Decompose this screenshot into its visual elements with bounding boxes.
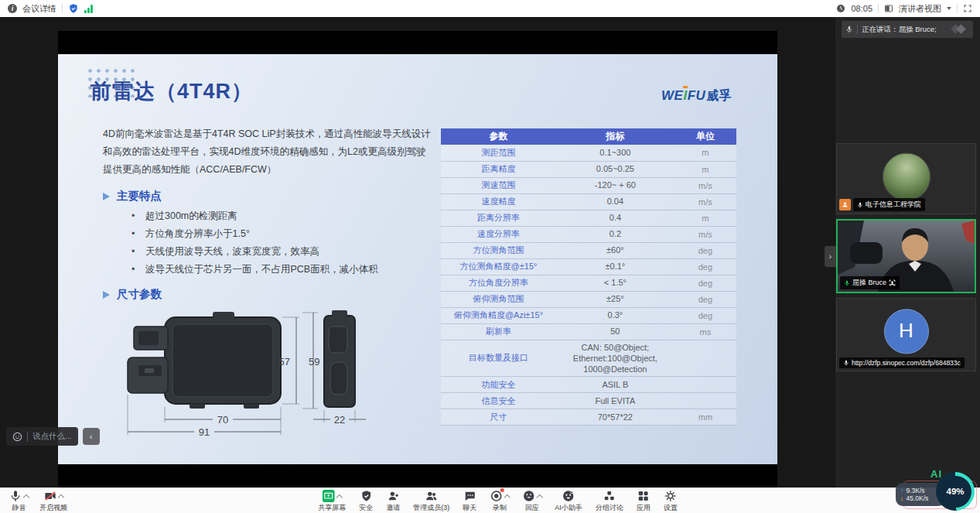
svg-text:22: 22	[334, 414, 345, 426]
apps-icon	[637, 490, 650, 502]
table-row: 距离精度0.05~0.25m	[441, 161, 736, 177]
participant-tile-1[interactable]: 电子信息工程学院	[836, 143, 976, 214]
manage-members-button[interactable]: 管理成员(3)	[413, 490, 449, 513]
mute-button[interactable]: 静音	[9, 490, 29, 513]
record-button[interactable]: 录制	[490, 490, 509, 513]
chat-icon	[463, 490, 476, 502]
camera-off-icon	[44, 490, 56, 502]
participant-name-label: 电子信息工程学院	[853, 198, 925, 211]
mic-icon	[9, 490, 22, 502]
mic-icon	[845, 25, 853, 34]
download-speed: 45.0K/s	[907, 495, 929, 502]
table-row: 方位测角精度@±15°±0.1°deg	[441, 258, 736, 275]
clock-icon	[836, 4, 845, 13]
table-row: 俯仰测角范围±25°deg	[441, 291, 736, 307]
meeting-timer: 08:05	[851, 4, 872, 13]
performance-gauge[interactable]: 49%	[936, 472, 975, 511]
arrow-bullet-icon	[103, 193, 110, 200]
avatar	[883, 153, 930, 201]
layout-view-icon	[884, 4, 893, 13]
features-heading: 主要特点	[103, 189, 162, 203]
table-row: 测速范围-120~ + 60m/s	[441, 177, 736, 193]
table-row: 功能安全ASIL B	[441, 377, 736, 393]
table-row: 方位测角范围±60°deg	[441, 242, 736, 258]
table-row: 尺寸70*57*22mm	[441, 409, 736, 426]
security-button[interactable]: 安全	[359, 490, 373, 513]
radar-dimension-drawing: 57 59 70 91 22	[104, 306, 367, 439]
col-header-param: 参数	[441, 128, 556, 145]
shield-icon	[360, 490, 372, 502]
divider	[878, 4, 879, 13]
table-row: 速度分辨率0.2m/s	[441, 226, 736, 242]
gauge-value: 49%	[940, 476, 971, 508]
active-speaker-text: 正在讲话：屈操 Bruce;	[862, 25, 947, 35]
col-header-unit: 单位	[674, 128, 736, 145]
svg-text:70: 70	[217, 414, 228, 426]
reactions-button[interactable]: 回应	[522, 490, 541, 513]
apps-button[interactable]: 应用	[637, 490, 650, 513]
chat-collapse-button[interactable]: ‹	[83, 428, 100, 445]
emoji-icon[interactable]	[12, 432, 22, 442]
top-bar: i 会议详情 08:05 演讲者视图	[0, 0, 980, 17]
security-shield-icon[interactable]	[68, 3, 79, 14]
reaction-icon	[522, 490, 534, 502]
network-signal-icon[interactable]	[84, 5, 93, 13]
table-row: 速度精度0.04m/s	[441, 193, 736, 210]
fullscreen-icon[interactable]	[963, 4, 972, 13]
avatar-letter: H	[884, 309, 929, 354]
meeting-logo-icon	[951, 24, 969, 35]
share-screen-button[interactable]: 共享屏幕	[318, 490, 346, 513]
participant-tile-3[interactable]: H http://dzfp.sinopec.com/dzfp/684833c	[836, 298, 976, 371]
chevron-up-icon[interactable]	[23, 494, 29, 500]
spec-table: 参数 指标 单位 测距范围0.1~300m距离精度0.05~0.25m测速范围-…	[441, 128, 736, 426]
chat-button[interactable]: 聊天	[463, 490, 476, 513]
settings-button[interactable]: 设置	[664, 490, 678, 513]
meeting-details-button[interactable]: 会议详情	[22, 3, 56, 15]
svg-text:91: 91	[199, 426, 210, 438]
chevron-up-icon[interactable]	[536, 494, 542, 500]
invite-button[interactable]: 邀请	[386, 490, 400, 513]
chat-input-placeholder[interactable]: 说点什么...	[32, 431, 72, 442]
invite-icon	[387, 490, 399, 502]
divider	[27, 432, 28, 442]
table-row: 距离分辨率0.4m	[441, 210, 736, 226]
mic-icon	[857, 201, 863, 209]
breakout-rooms-button[interactable]: 分组讨论	[596, 490, 623, 513]
chevron-up-icon[interactable]	[57, 494, 63, 500]
chevron-up-icon[interactable]	[504, 494, 510, 500]
feature-item: 波导天线位于芯片另一面，不占用PCB面积，减小体积	[131, 261, 378, 279]
info-icon: i	[8, 4, 17, 13]
divider	[957, 4, 958, 13]
presentation-slide: 前雷达（4T4R） WEIFU威孚 4D前向毫米波雷达是基于4T4R SOC L…	[58, 54, 777, 464]
svg-text:57: 57	[279, 356, 290, 368]
chevron-up-icon[interactable]	[336, 494, 343, 500]
chat-quick-input[interactable]: 说点什么...	[6, 427, 78, 446]
participants-sidebar: 正在讲话：屈操 Bruce; 电子信息工程学院	[835, 17, 980, 487]
spec-table-body: 测距范围0.1~300m距离精度0.05~0.25m测速范围-120~ + 60…	[441, 145, 736, 426]
share-screen-icon	[323, 490, 335, 502]
col-header-value: 指标	[556, 128, 674, 145]
breakout-icon	[603, 490, 616, 502]
slide-title: 前雷达（4T4R）	[90, 77, 253, 105]
table-row: 目标数量及接口CAN: 50@Object; Ethernet:100@Obje…	[441, 340, 736, 377]
view-mode-button[interactable]: 演讲者视图	[899, 3, 941, 15]
table-row: 测距范围0.1~300m	[441, 145, 736, 161]
feature-item: 方位角度分辨率小于1.5°	[131, 225, 378, 243]
face-tracking-icon	[889, 279, 896, 286]
mic-icon	[843, 359, 849, 367]
upload-arrow-icon: ↑	[900, 487, 904, 494]
dimensions-heading: 尺寸参数	[103, 287, 162, 302]
members-icon	[425, 490, 438, 502]
start-video-button[interactable]: 开启视频	[39, 490, 67, 513]
table-header-row: 参数 指标 单位	[441, 128, 736, 145]
ai-assistant-button[interactable]: AI小助手	[555, 490, 582, 513]
gear-icon	[664, 490, 677, 502]
participant-tile-2[interactable]: 屈操 Bruce	[836, 219, 976, 293]
table-row: 信息安全Full EVITA	[441, 393, 736, 409]
sidebar-collapse-button[interactable]: ›	[825, 246, 836, 267]
upload-speed: 9.3K/s	[907, 487, 925, 494]
features-list: 超过300m的检测距离方位角度分辨率小于1.5°天线使用波导天线，波束宽度宽，效…	[131, 207, 378, 279]
slide-description: 4D前向毫米波雷达是基于4T4R SOC LiP封装技术，通过高性能波导天线设计…	[103, 125, 431, 179]
host-badge-icon	[839, 199, 851, 210]
chevron-down-icon[interactable]	[947, 7, 951, 10]
